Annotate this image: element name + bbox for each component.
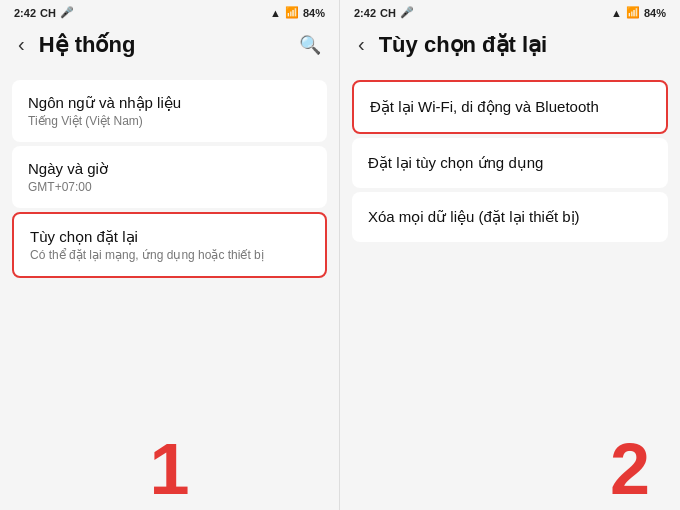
right-back-button[interactable]: ‹ [352, 31, 371, 58]
status-right: ▲ 📶 84% [270, 6, 325, 19]
right-signal-icon: 📶 [626, 6, 640, 19]
right-mic-icon: 🎤 [400, 6, 414, 19]
back-button[interactable]: ‹ [12, 31, 31, 58]
wifi-icon: ▲ [270, 7, 281, 19]
menu-card-reset-subtitle: Có thể đặt lại mạng, ứng dụng hoặc thiết… [30, 248, 309, 262]
page-title: Hệ thống [39, 32, 293, 58]
right-status-bar: 2:42 CH 🎤 ▲ 📶 84% [340, 0, 680, 23]
menu-card-language-subtitle: Tiếng Việt (Việt Nam) [28, 114, 311, 128]
right-status-right: ▲ 📶 84% [611, 6, 666, 19]
menu-card-reset[interactable]: Tùy chọn đặt lại Có thể đặt lại mạng, ứn… [12, 212, 327, 278]
right-wifi-icon: ▲ [611, 7, 622, 19]
right-top-bar: ‹ Tùy chọn đặt lại [340, 23, 680, 68]
menu-item-factory-reset[interactable]: Xóa mọi dữ liệu (đặt lại thiết bị) [352, 192, 668, 242]
right-phone-panel: 2:42 CH 🎤 ▲ 📶 84% ‹ Tùy chọn đặt lại Đặt… [340, 0, 680, 510]
search-button[interactable]: 🔍 [293, 32, 327, 58]
menu-card-language-title: Ngôn ngữ và nhập liệu [28, 94, 311, 112]
right-carrier-label: CH [380, 7, 396, 19]
left-status-bar: 2:42 CH 🎤 ▲ 📶 84% [0, 0, 339, 23]
battery-label: 84% [303, 7, 325, 19]
status-left: 2:42 CH 🎤 [14, 6, 74, 19]
signal-icon: 📶 [285, 6, 299, 19]
menu-card-datetime[interactable]: Ngày và giờ GMT+07:00 [12, 146, 327, 208]
right-content: Đặt lại Wi-Fi, di động và Bluetooth Đặt … [340, 68, 680, 418]
mic-icon: 🎤 [60, 6, 74, 19]
carrier-label: CH [40, 7, 56, 19]
left-phone-panel: 2:42 CH 🎤 ▲ 📶 84% ‹ Hệ thống 🔍 Ngôn ngữ … [0, 0, 340, 510]
right-time-label: 2:42 [354, 7, 376, 19]
right-battery-label: 84% [644, 7, 666, 19]
menu-card-datetime-subtitle: GMT+07:00 [28, 180, 311, 194]
menu-item-factory-reset-label: Xóa mọi dữ liệu (đặt lại thiết bị) [368, 208, 580, 225]
left-content: Ngôn ngữ và nhập liệu Tiếng Việt (Việt N… [0, 68, 339, 398]
menu-item-app-reset-label: Đặt lại tùy chọn ứng dụng [368, 154, 543, 171]
right-page-title: Tùy chọn đặt lại [379, 32, 668, 58]
right-status-left: 2:42 CH 🎤 [354, 6, 414, 19]
menu-item-wifi-reset[interactable]: Đặt lại Wi-Fi, di động và Bluetooth [352, 80, 668, 134]
step-number-1: 1 [0, 428, 339, 510]
left-top-bar: ‹ Hệ thống 🔍 [0, 23, 339, 68]
menu-item-app-reset[interactable]: Đặt lại tùy chọn ứng dụng [352, 138, 668, 188]
menu-card-reset-title: Tùy chọn đặt lại [30, 228, 309, 246]
menu-card-datetime-title: Ngày và giờ [28, 160, 311, 178]
step-number-2: 2 [340, 428, 680, 510]
time-label: 2:42 [14, 7, 36, 19]
menu-card-language[interactable]: Ngôn ngữ và nhập liệu Tiếng Việt (Việt N… [12, 80, 327, 142]
menu-item-wifi-reset-label: Đặt lại Wi-Fi, di động và Bluetooth [370, 98, 599, 115]
